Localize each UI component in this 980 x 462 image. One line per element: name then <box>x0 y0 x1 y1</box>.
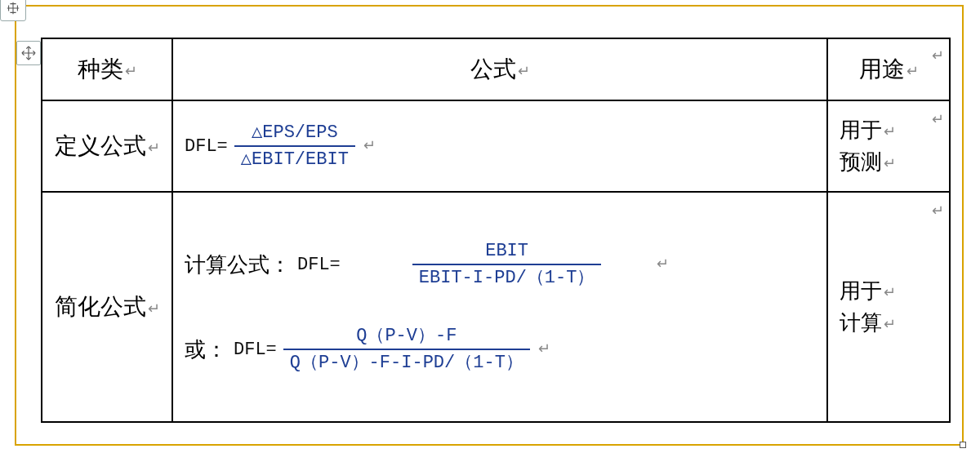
row-label-definition: 定义公式↵ <box>42 100 172 192</box>
paragraph-mark-icon: ↵ <box>884 121 896 143</box>
cell-definition-usage: 用于↵ 预测↵ ↵ <box>827 100 950 192</box>
row-end-mark-icon: ↵ <box>932 200 944 222</box>
paragraph-mark-icon: ↵ <box>148 139 160 157</box>
cell-simplified-usage: 用于↵ 计算↵ ↵ <box>827 192 950 422</box>
fraction: △EPS/EPS △EBIT/EBIT <box>234 122 355 171</box>
header-usage-text: 用途 <box>859 56 905 82</box>
equation-lhs: DFL= <box>297 255 341 275</box>
fraction: EBIT EBIT-I-PD/（1-T） <box>412 240 602 290</box>
equation-prefix: 或： <box>185 335 227 364</box>
table-row-definition: 定义公式↵ DFL= △EPS/EPS △EBIT/EBIT ↵ 用于↵ 预测↵… <box>42 100 950 192</box>
header-kind-text: 种类 <box>78 56 123 82</box>
paragraph-mark-icon: ↵ <box>884 313 896 335</box>
equation-dfl-alt: 或： DFL= Q（P-V）-F Q（P-V）-F-I-PD/（1-T） ↵ <box>185 323 815 375</box>
fraction-denominator: △EBIT/EBIT <box>234 145 355 171</box>
paragraph-mark-icon: ↵ <box>657 255 669 273</box>
row-end-mark-icon: ↵ <box>932 109 944 131</box>
table-move-handle-icon[interactable] <box>16 41 41 65</box>
equation-dfl-calc: 计算公式： DFL= EBIT EBIT-I-PD/（1-T） ↵ <box>185 238 815 291</box>
fraction: Q（P-V）-F Q（P-V）-F-I-PD/（1-T） <box>283 325 530 375</box>
paragraph-mark-icon: ↵ <box>538 340 550 358</box>
fraction-numerator: EBIT <box>479 240 535 264</box>
equation-lhs: DFL= <box>234 340 277 360</box>
fraction-numerator: Q（P-V）-F <box>350 325 463 349</box>
document-page: 种类↵ 公式↵ 用途↵ ↵ 定义公式↵ DFL= △EPS/EPS △EBIT/… <box>18 8 964 446</box>
header-formula-text: 公式 <box>470 56 516 82</box>
header-usage: 用途↵ ↵ <box>827 38 950 100</box>
table-row-simplified: 简化公式↵ 计算公式： DFL= EBIT EBIT-I-PD/（1-T） ↵ … <box>42 192 950 422</box>
paragraph-mark-icon: ↵ <box>148 300 160 318</box>
row-label-simplified: 简化公式↵ <box>42 192 172 422</box>
table-header-row: 种类↵ 公式↵ 用途↵ ↵ <box>42 38 950 100</box>
usage-line1: 用于 <box>840 118 882 142</box>
cell-definition-formula: DFL= △EPS/EPS △EBIT/EBIT ↵ <box>172 100 827 192</box>
usage-line1: 用于 <box>840 279 882 303</box>
fraction-denominator: EBIT-I-PD/（1-T） <box>412 264 602 290</box>
cell-simplified-formulas: 计算公式： DFL= EBIT EBIT-I-PD/（1-T） ↵ 或： DFL… <box>172 192 827 422</box>
paragraph-mark-icon: ↵ <box>518 62 530 80</box>
equation-lhs: DFL= <box>185 136 228 157</box>
paragraph-mark-icon: ↵ <box>884 282 896 304</box>
paragraph-mark-icon: ↵ <box>884 153 896 175</box>
header-kind: 种类↵ <box>42 38 172 100</box>
usage-line2: 预测 <box>840 150 882 174</box>
row-label-definition-text: 定义公式 <box>55 133 146 158</box>
equation-dfl-definition: DFL= △EPS/EPS △EBIT/EBIT ↵ <box>185 120 815 172</box>
row-label-simplified-text: 简化公式 <box>55 294 146 319</box>
header-formula: 公式↵ <box>172 38 827 100</box>
paragraph-mark-icon: ↵ <box>363 136 376 154</box>
fraction-numerator: △EPS/EPS <box>245 122 345 146</box>
paragraph-mark-icon: ↵ <box>906 62 919 80</box>
row-end-mark-icon: ↵ <box>932 47 944 64</box>
fraction-denominator: Q（P-V）-F-I-PD/（1-T） <box>283 349 530 375</box>
paragraph-mark-icon: ↵ <box>125 62 137 80</box>
formula-table: 种类↵ 公式↵ 用途↵ ↵ 定义公式↵ DFL= △EPS/EPS △EBIT/… <box>41 38 951 423</box>
usage-line2: 计算 <box>840 311 882 335</box>
equation-prefix: 计算公式： <box>185 251 291 279</box>
